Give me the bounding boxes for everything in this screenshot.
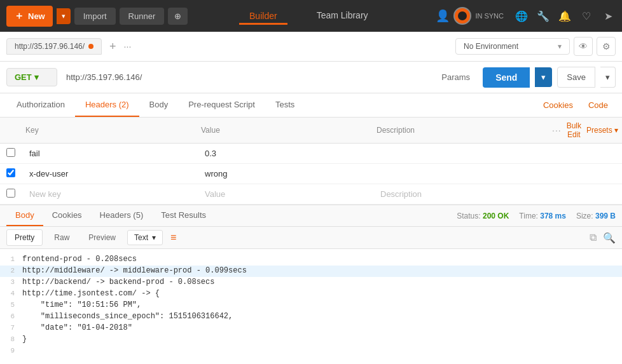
- code-line-4: 4http://time.jsontest.com/ -> {: [0, 288, 622, 300]
- env-eye-button[interactable]: 👁: [574, 37, 593, 56]
- response-tab-test-results[interactable]: Test Results: [152, 205, 215, 226]
- tab-builder[interactable]: Builder: [239, 7, 287, 25]
- resp-tab-raw[interactable]: Raw: [46, 230, 77, 245]
- line-number: 6: [0, 312, 22, 320]
- env-select[interactable]: No Environment ▾: [455, 38, 570, 55]
- params-button[interactable]: Params: [434, 69, 478, 86]
- search-button[interactable]: 🔍: [603, 232, 616, 244]
- new-label: New: [28, 11, 45, 21]
- send-button[interactable]: Send: [483, 67, 530, 88]
- row1-value[interactable]: 0.3: [201, 147, 377, 159]
- header-row-1: fail 0.3: [0, 144, 622, 164]
- row-new-desc[interactable]: Description: [377, 188, 552, 200]
- nav-icons: 🌐 🔧 🔔 ♡ ➤: [514, 10, 616, 22]
- gear-icon: ⚙: [602, 41, 611, 51]
- response-tab-body[interactable]: Body: [6, 205, 43, 226]
- response-tab-headers[interactable]: Headers (5): [91, 205, 153, 226]
- row1-key[interactable]: fail: [25, 147, 201, 159]
- url-add-button[interactable]: +: [107, 40, 119, 53]
- heart-icon[interactable]: ♡: [579, 10, 594, 22]
- sync-inner: [458, 11, 467, 20]
- response-tabs-row: Body Cookies Headers (5) Test Results St…: [0, 205, 622, 227]
- row2-desc[interactable]: [377, 173, 552, 175]
- header-row-2: x-dev-user wrong: [0, 164, 622, 184]
- row1-checkbox[interactable]: [6, 148, 15, 157]
- request-tabs-row: Authorization Headers (2) Body Pre-reque…: [0, 93, 622, 118]
- resp-tab-pretty[interactable]: Pretty: [6, 229, 43, 246]
- row-new-checkbox[interactable]: [6, 189, 15, 198]
- response-tab-cookies[interactable]: Cookies: [43, 205, 91, 226]
- wrench-icon[interactable]: 🔧: [536, 10, 551, 22]
- line-number: 9: [0, 346, 22, 354]
- resp-tab-preview[interactable]: Preview: [81, 230, 123, 245]
- row-new-value[interactable]: Value: [201, 188, 377, 200]
- tab-authorization[interactable]: Authorization: [6, 93, 75, 117]
- line-number: 2: [0, 266, 22, 274]
- bulk-edit-button[interactable]: Bulk Edit: [567, 121, 581, 139]
- text-format-dropdown[interactable]: Text ▾: [127, 230, 163, 245]
- tab-team-library[interactable]: Team Library: [307, 6, 378, 26]
- actions-col-header: ··· Bulk Edit Presets ▾: [552, 121, 616, 139]
- url-input[interactable]: [62, 69, 429, 86]
- row1-desc[interactable]: [377, 152, 552, 155]
- size-value: 399 B: [595, 212, 616, 220]
- text-format-label: Text: [134, 233, 148, 242]
- more-options-button[interactable]: ···: [552, 125, 562, 135]
- globe-icon[interactable]: 🌐: [514, 10, 529, 22]
- send-icon[interactable]: ➤: [600, 10, 616, 22]
- tab-pre-request-script[interactable]: Pre-request Script: [178, 93, 265, 117]
- check-col-1[interactable]: [6, 148, 25, 159]
- line-number: 1: [0, 255, 22, 263]
- plus-icon: ＋: [14, 10, 24, 23]
- check-col-2[interactable]: [6, 168, 25, 179]
- row2-value[interactable]: wrong: [201, 168, 377, 180]
- runner-button[interactable]: Runner: [120, 8, 165, 25]
- send-caret-button[interactable]: ▾: [535, 67, 552, 87]
- key-col-header: Key: [25, 126, 201, 135]
- header-row-new: New key Value Description: [0, 184, 622, 205]
- row-new-key[interactable]: New key: [25, 188, 201, 200]
- tab-headers[interactable]: Headers (2): [75, 93, 139, 117]
- code-line-2: 2http://middleware/ -> middleware-prod -…: [0, 266, 622, 277]
- code-line-7: 7 "date": "01-04-2018": [0, 323, 622, 334]
- env-gear-button[interactable]: ⚙: [597, 37, 616, 56]
- new-button[interactable]: ＋ New: [6, 6, 53, 27]
- url-tab-dot: [88, 44, 93, 49]
- request-bar: GET ▾ Params Send ▾ Save ▾: [0, 62, 622, 93]
- new-caret-button[interactable]: ▾: [57, 8, 71, 24]
- save-button[interactable]: Save: [557, 67, 595, 88]
- tab-tests[interactable]: Tests: [265, 93, 305, 117]
- row2-checkbox[interactable]: [6, 168, 15, 177]
- method-select[interactable]: GET ▾: [6, 68, 57, 86]
- headers-table-header: Key Value Description ··· Bulk Edit Pres…: [0, 118, 622, 144]
- url-more-button[interactable]: ···: [124, 41, 132, 51]
- desc-col-header: Description: [377, 126, 552, 135]
- presets-chevron-icon: ▾: [614, 126, 618, 135]
- url-tab[interactable]: http://35.197.96.146/: [6, 38, 102, 55]
- time-label: Time: 378 ms: [519, 212, 566, 220]
- row2-key[interactable]: x-dev-user: [25, 168, 201, 180]
- sync-label: IN SYNC: [475, 12, 504, 20]
- import-button[interactable]: Import: [74, 8, 116, 25]
- main-content: http://35.197.96.146/ + ··· No Environme…: [0, 32, 622, 364]
- bell-icon[interactable]: 🔔: [557, 10, 572, 22]
- tab-body[interactable]: Body: [139, 93, 179, 117]
- user-icon: 👤: [436, 9, 450, 23]
- url-tab-text: http://35.197.96.146/: [15, 42, 85, 51]
- eye-icon: 👁: [579, 41, 588, 51]
- line-content: "milliseconds_since_epoch": 151510631664…: [22, 312, 622, 321]
- presets-button[interactable]: Presets ▾: [586, 126, 618, 135]
- code-line-5: 5 "time": "10:51:56 PM",: [0, 300, 622, 311]
- env-select-label: No Environment: [464, 42, 518, 51]
- line-number: 3: [0, 278, 22, 286]
- cookies-link[interactable]: Cookies: [536, 94, 581, 116]
- line-content: http://middleware/ -> middleware-prod - …: [22, 266, 622, 275]
- save-caret-button[interactable]: ▾: [600, 67, 616, 88]
- add-request-button[interactable]: ⊕: [168, 8, 188, 25]
- check-col-new[interactable]: [6, 189, 25, 199]
- line-number: 5: [0, 300, 22, 309]
- copy-button[interactable]: ⧉: [590, 232, 597, 244]
- wrap-lines-icon[interactable]: ≡: [170, 232, 176, 243]
- status-area: Status: 200 OK Time: 378 ms Size: 399 B: [457, 212, 616, 220]
- code-link[interactable]: Code: [581, 94, 616, 116]
